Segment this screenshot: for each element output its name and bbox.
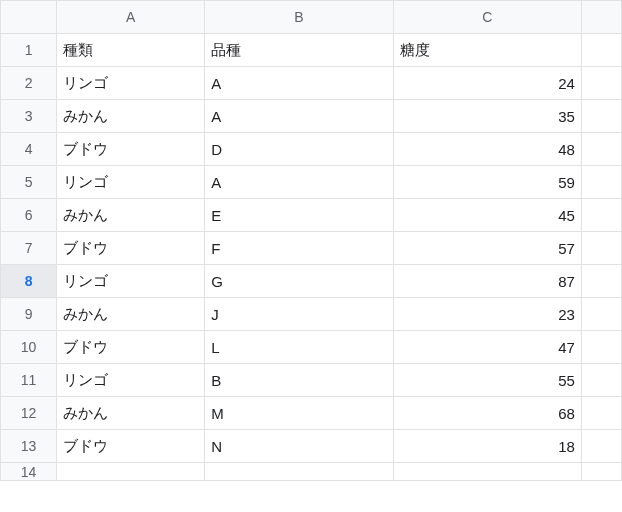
row-header[interactable]: 12 — [1, 397, 57, 430]
cell-D14[interactable] — [581, 463, 621, 481]
cell-A6[interactable]: みかん — [57, 199, 205, 232]
cell-B10[interactable]: L — [205, 331, 393, 364]
cell-A8[interactable]: リンゴ — [57, 265, 205, 298]
table-row: 9 みかん J 23 — [1, 298, 622, 331]
row-header[interactable]: 5 — [1, 166, 57, 199]
cell-B6[interactable]: E — [205, 199, 393, 232]
cell-D5[interactable] — [581, 166, 621, 199]
cell-D6[interactable] — [581, 199, 621, 232]
table-row: 11 リンゴ B 55 — [1, 364, 622, 397]
cell-C10[interactable]: 47 — [393, 331, 581, 364]
cell-C1[interactable]: 糖度 — [393, 34, 581, 67]
cell-A14[interactable] — [57, 463, 205, 481]
cell-A2[interactable]: リンゴ — [57, 67, 205, 100]
row-header[interactable]: 9 — [1, 298, 57, 331]
cell-B3[interactable]: A — [205, 100, 393, 133]
row-header[interactable]: 14 — [1, 463, 57, 481]
cell-B13[interactable]: N — [205, 430, 393, 463]
cell-D9[interactable] — [581, 298, 621, 331]
col-header-A[interactable]: A — [57, 1, 205, 34]
cell-B7[interactable]: F — [205, 232, 393, 265]
row-header[interactable]: 7 — [1, 232, 57, 265]
cell-C3[interactable]: 35 — [393, 100, 581, 133]
cell-D8[interactable] — [581, 265, 621, 298]
cell-C7[interactable]: 57 — [393, 232, 581, 265]
cell-B11[interactable]: B — [205, 364, 393, 397]
cell-D11[interactable] — [581, 364, 621, 397]
table-row: 14 — [1, 463, 622, 481]
cell-A11[interactable]: リンゴ — [57, 364, 205, 397]
row-header[interactable]: 10 — [1, 331, 57, 364]
cell-A10[interactable]: ブドウ — [57, 331, 205, 364]
cell-A3[interactable]: みかん — [57, 100, 205, 133]
row-header[interactable]: 8 — [1, 265, 57, 298]
row-header[interactable]: 6 — [1, 199, 57, 232]
cell-C9[interactable]: 23 — [393, 298, 581, 331]
col-header-C[interactable]: C — [393, 1, 581, 34]
row-header[interactable]: 11 — [1, 364, 57, 397]
row-header[interactable]: 2 — [1, 67, 57, 100]
table-row: 3 みかん A 35 — [1, 100, 622, 133]
cell-B14[interactable] — [205, 463, 393, 481]
cell-A13[interactable]: ブドウ — [57, 430, 205, 463]
table-row: 2 リンゴ A 24 — [1, 67, 622, 100]
cell-D4[interactable] — [581, 133, 621, 166]
cell-A5[interactable]: リンゴ — [57, 166, 205, 199]
cell-C12[interactable]: 68 — [393, 397, 581, 430]
cell-A12[interactable]: みかん — [57, 397, 205, 430]
cell-C5[interactable]: 59 — [393, 166, 581, 199]
cell-C8[interactable]: 87 — [393, 265, 581, 298]
column-header-row: A B C — [1, 1, 622, 34]
table-row: 13 ブドウ N 18 — [1, 430, 622, 463]
col-header-D[interactable] — [581, 1, 621, 34]
cell-B9[interactable]: J — [205, 298, 393, 331]
cell-B5[interactable]: A — [205, 166, 393, 199]
cell-B12[interactable]: M — [205, 397, 393, 430]
cell-D3[interactable] — [581, 100, 621, 133]
cell-D13[interactable] — [581, 430, 621, 463]
table-row: 12 みかん M 68 — [1, 397, 622, 430]
cell-A1[interactable]: 種類 — [57, 34, 205, 67]
cell-C13[interactable]: 18 — [393, 430, 581, 463]
table-row: 5 リンゴ A 59 — [1, 166, 622, 199]
cell-D1[interactable] — [581, 34, 621, 67]
row-header[interactable]: 1 — [1, 34, 57, 67]
table-row: 8 リンゴ G 87 — [1, 265, 622, 298]
row-header[interactable]: 3 — [1, 100, 57, 133]
table-row: 1 種類 品種 糖度 — [1, 34, 622, 67]
select-all-corner[interactable] — [1, 1, 57, 34]
table-row: 10 ブドウ L 47 — [1, 331, 622, 364]
row-header[interactable]: 4 — [1, 133, 57, 166]
table-row: 6 みかん E 45 — [1, 199, 622, 232]
cell-D12[interactable] — [581, 397, 621, 430]
cell-C14[interactable] — [393, 463, 581, 481]
cell-A7[interactable]: ブドウ — [57, 232, 205, 265]
spreadsheet-grid: A B C 1 種類 品種 糖度 2 リンゴ A 24 3 みかん A 35 4… — [0, 0, 622, 481]
cell-B8[interactable]: G — [205, 265, 393, 298]
cell-B1[interactable]: 品種 — [205, 34, 393, 67]
cell-B4[interactable]: D — [205, 133, 393, 166]
cell-D7[interactable] — [581, 232, 621, 265]
cell-D2[interactable] — [581, 67, 621, 100]
table-row: 7 ブドウ F 57 — [1, 232, 622, 265]
cell-C4[interactable]: 48 — [393, 133, 581, 166]
cell-A9[interactable]: みかん — [57, 298, 205, 331]
row-header[interactable]: 13 — [1, 430, 57, 463]
col-header-B[interactable]: B — [205, 1, 393, 34]
cell-C2[interactable]: 24 — [393, 67, 581, 100]
cell-C11[interactable]: 55 — [393, 364, 581, 397]
cell-B2[interactable]: A — [205, 67, 393, 100]
table-row: 4 ブドウ D 48 — [1, 133, 622, 166]
cell-D10[interactable] — [581, 331, 621, 364]
cell-A4[interactable]: ブドウ — [57, 133, 205, 166]
cell-C6[interactable]: 45 — [393, 199, 581, 232]
